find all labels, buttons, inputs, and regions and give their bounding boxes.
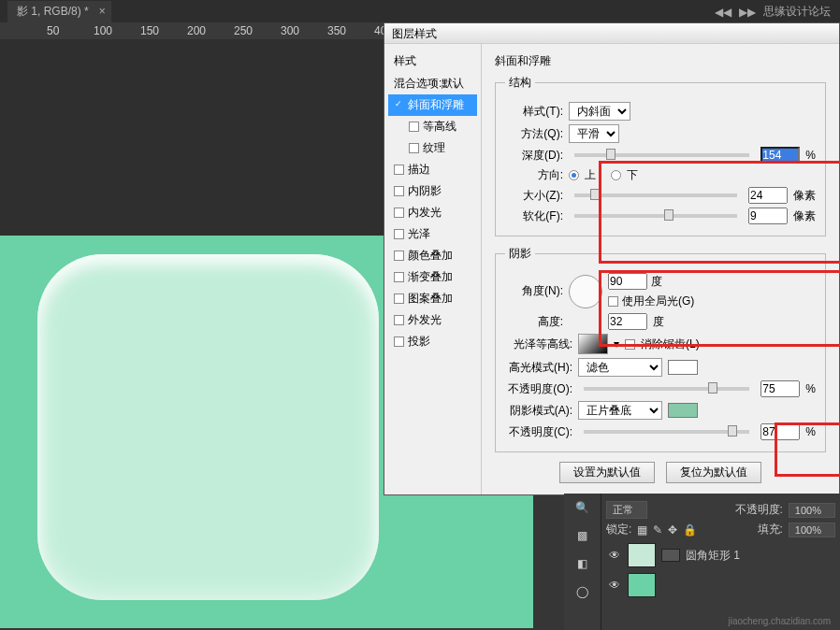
close-icon[interactable]: × (99, 5, 106, 18)
layer-row[interactable]: 👁 (606, 570, 835, 600)
opacity-value[interactable]: 100% (789, 503, 835, 518)
depth-slider[interactable] (574, 153, 749, 157)
structure-group: 结构 样式(T): 内斜面 方法(Q): 平滑 深度(D): % 方向: (495, 75, 826, 236)
visibility-eye-icon[interactable]: 👁 (609, 549, 622, 562)
fill-value[interactable]: 100% (789, 523, 835, 537)
opacity1-slider[interactable] (584, 387, 749, 391)
document-title: 影 1, RGB/8) * (17, 4, 89, 20)
lock-all-icon[interactable]: 🔒 (683, 523, 697, 537)
altitude-input[interactable] (608, 313, 647, 330)
gradient-overlay-item[interactable]: 渐变叠加 (388, 266, 477, 288)
drop-shadow-item[interactable]: 投影 (388, 331, 477, 352)
direction-up-radio[interactable] (569, 170, 579, 180)
dialog-title-bar[interactable]: 图层样式 (384, 23, 839, 44)
checkbox-icon[interactable] (409, 122, 419, 132)
lock-label: 锁定: (606, 522, 631, 537)
checkbox-icon[interactable] (394, 165, 404, 175)
set-default-button[interactable]: 设置为默认值 (559, 462, 655, 483)
ruler-tick: 250 (234, 24, 253, 37)
style-label: 样式(T): (505, 104, 563, 120)
nav-prev-icon[interactable]: ◀◀ (715, 6, 731, 19)
gloss-contour-picker[interactable] (578, 334, 608, 354)
angle-input[interactable] (608, 273, 647, 290)
layer-style-dialog: 图层样式 样式 混合选项:默认 斜面和浮雕 等高线 纹理 描边 内阴影 内发光 … (384, 22, 840, 495)
opacity2-input[interactable] (760, 423, 800, 440)
checkbox-icon[interactable] (394, 186, 404, 196)
antialias-label: 消除锯齿(L) (641, 336, 700, 352)
angle-dial[interactable] (569, 275, 602, 308)
zoom-icon[interactable]: 🔍 (564, 494, 600, 522)
opacity2-unit: % (805, 425, 816, 438)
layers-panel: 正常 不透明度: 100% 锁定: ▦ ✎ ✥ 🔒 填充: 100% 👁 圆角矩… (601, 494, 840, 605)
depth-label: 深度(D): (505, 148, 563, 164)
global-light-checkbox[interactable] (608, 296, 618, 307)
layer-mask-icon[interactable] (661, 549, 680, 562)
checkbox-icon[interactable] (394, 315, 404, 325)
style-select[interactable]: 内斜面 (569, 102, 630, 121)
ruler-tick: 50 (47, 24, 59, 37)
layer-name[interactable]: 圆角矩形 1 (686, 548, 740, 564)
checkbox-icon[interactable] (409, 143, 419, 153)
ruler-tick: 300 (281, 24, 299, 37)
rounded-rectangle-shape[interactable] (37, 254, 379, 600)
checkbox-icon[interactable] (394, 208, 404, 218)
direction-down-radio[interactable] (611, 170, 621, 180)
color-swap-icon[interactable]: ◧ (564, 550, 600, 578)
blend-mode-select[interactable]: 正常 (606, 501, 647, 519)
checkbox-icon[interactable] (394, 100, 404, 110)
outer-glow-item[interactable]: 外发光 (388, 309, 477, 331)
structure-legend: 结构 (505, 75, 535, 91)
layer-thumbnail[interactable] (628, 543, 656, 567)
chevron-down-icon[interactable]: ▾ (614, 337, 619, 351)
depth-input[interactable] (760, 147, 800, 164)
inner-shadow-item[interactable]: 内阴影 (388, 180, 477, 202)
satin-item[interactable]: 光泽 (388, 223, 477, 245)
reset-default-button[interactable]: 复位为默认值 (666, 462, 761, 483)
depth-unit: % (805, 149, 816, 162)
highlight-color-swatch[interactable] (668, 360, 698, 375)
soften-slider[interactable] (574, 214, 737, 218)
checkbox-icon[interactable] (394, 294, 404, 304)
lock-position-icon[interactable]: ✥ (668, 523, 677, 537)
bevel-emboss-item[interactable]: 斜面和浮雕 (388, 94, 477, 116)
ruler-tick: 200 (187, 24, 206, 37)
color-overlay-item[interactable]: 颜色叠加 (388, 245, 477, 266)
checkbox-icon[interactable] (394, 229, 404, 239)
nav-next-icon[interactable]: ▶▶ (739, 6, 756, 19)
size-input[interactable] (748, 187, 788, 204)
global-light-label: 使用全局光(G) (622, 294, 694, 309)
method-select[interactable]: 平滑 (569, 124, 619, 143)
size-slider[interactable] (574, 193, 737, 197)
size-unit: 像素 (793, 188, 816, 204)
document-tab[interactable]: 影 1, RGB/8) * × (7, 1, 111, 22)
opacity1-input[interactable] (760, 380, 800, 397)
opacity1-label: 不透明度(O): (505, 381, 572, 397)
soften-input[interactable] (748, 208, 788, 224)
pattern-overlay-item[interactable]: 图案叠加 (388, 288, 477, 309)
ruler-tick: 100 (94, 24, 112, 37)
visibility-eye-icon[interactable]: 👁 (609, 579, 622, 592)
opacity2-slider[interactable] (584, 430, 749, 434)
settings-panel: 斜面和浮雕 结构 样式(T): 内斜面 方法(Q): 平滑 深度(D): % (482, 44, 839, 494)
ruler-tick: 350 (327, 24, 346, 37)
lock-paint-icon[interactable]: ✎ (653, 523, 662, 537)
layer-row[interactable]: 👁 圆角矩形 1 (606, 540, 835, 570)
altitude-label: 高度: (505, 314, 563, 330)
stroke-item[interactable]: 描边 (388, 159, 477, 180)
shadow-color-swatch[interactable] (668, 403, 698, 418)
list-header: 样式 (388, 50, 477, 73)
inner-glow-item[interactable]: 内发光 (388, 202, 477, 223)
blend-options-item[interactable]: 混合选项:默认 (388, 73, 477, 94)
checkbox-icon[interactable] (394, 336, 404, 347)
antialias-checkbox[interactable] (625, 339, 635, 350)
swatches-icon[interactable]: ▩ (564, 522, 600, 550)
checkbox-icon[interactable] (394, 272, 404, 282)
texture-item[interactable]: 纹理 (388, 137, 477, 159)
mask-icon[interactable]: ◯ (564, 578, 600, 606)
shadow-mode-select[interactable]: 正片叠底 (578, 401, 662, 420)
checkbox-icon[interactable] (394, 251, 404, 261)
layer-thumbnail[interactable] (628, 573, 656, 597)
lock-transparency-icon[interactable]: ▦ (637, 523, 647, 537)
contour-item[interactable]: 等高线 (388, 116, 477, 137)
highlight-mode-select[interactable]: 滤色 (578, 358, 662, 377)
